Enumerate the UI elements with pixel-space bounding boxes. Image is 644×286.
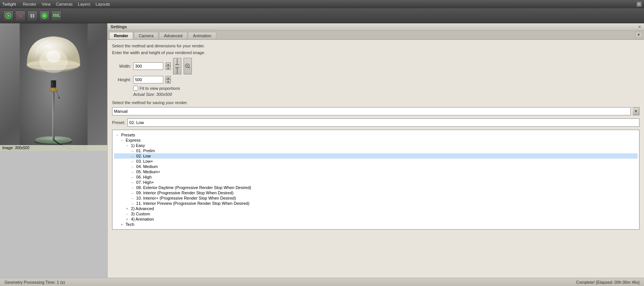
- width-input[interactable]: [133, 62, 163, 70]
- status-right: Complete! [Elapsed: 00h 00m 46s]: [576, 280, 639, 284]
- render-green-button[interactable]: [39, 11, 50, 21]
- line-prelim: –: [130, 148, 135, 153]
- tree-item-interior[interactable]: – 09. Interior (Progressive Render Stop …: [114, 190, 638, 195]
- left-panel: Image: 300x500: [0, 23, 107, 278]
- height-input[interactable]: [133, 76, 163, 83]
- tree-label-presets: Presets: [121, 133, 135, 137]
- tree-item-ext-day[interactable]: – 08. Exterior Daytime (Progressive Rend…: [114, 185, 638, 190]
- toggle-presets[interactable]: −: [115, 133, 120, 137]
- svg-point-24: [46, 51, 61, 63]
- save-method-arrow[interactable]: ▼: [633, 107, 639, 115]
- image-size-label: Image: 300x500: [0, 145, 107, 151]
- toggle-easy[interactable]: −: [125, 144, 130, 148]
- save-method-select[interactable]: Manual: [112, 107, 631, 115]
- tree-item-high[interactable]: – 06. High: [114, 174, 638, 180]
- tree-item-interiorplus[interactable]: – 10. Interior+ (Progressive Render Stop…: [114, 195, 638, 201]
- svg-point-7: [43, 14, 46, 17]
- render-icon: [5, 13, 11, 19]
- line-highplus: –: [130, 180, 135, 185]
- tree-item-lowplus[interactable]: – 03. Low+: [114, 159, 638, 164]
- tree-item-advanced[interactable]: + 2) Advanced: [114, 206, 638, 211]
- settings-content: Select the method and dimensions for you…: [108, 40, 644, 278]
- tree-item-low[interactable]: – 02. Low: [114, 153, 638, 159]
- pause-button[interactable]: [27, 11, 38, 21]
- height-down-button[interactable]: ▼: [166, 80, 171, 83]
- stop-button[interactable]: [15, 11, 26, 21]
- menu-cameras[interactable]: Cameras: [53, 1, 75, 7]
- tree-item-tech[interactable]: + Tech: [114, 222, 638, 227]
- tree-label-prelim: 01. Prelim: [136, 148, 155, 153]
- settings-panel: Settings ✕ Render Camera Advanced Animat…: [107, 23, 644, 278]
- tree-label-easy: 1) Easy: [131, 143, 145, 148]
- tree-label-interiorplus: 10. Interior+ (Progressive Render Stop W…: [136, 196, 236, 200]
- tree-item-custom[interactable]: – 3) Custom: [114, 211, 638, 216]
- fit-to-view-row: Fit to view proportions: [133, 86, 639, 91]
- line-high: –: [130, 175, 135, 179]
- tree-item-medplus[interactable]: – 05. Medium+: [114, 169, 638, 174]
- tree-item-int-preview[interactable]: – 11. Interior Preview (Progressive Rend…: [114, 201, 638, 206]
- actual-size-label: Actual Size: 300x500: [133, 92, 639, 97]
- render-viewport: Image: 300x500: [0, 23, 107, 151]
- status-bar: Geometry Processing Time: 1 (s) Complete…: [0, 278, 644, 286]
- tree-item-highplus[interactable]: – 07. High+: [114, 180, 638, 185]
- tab-dropdown-arrow[interactable]: ▼: [635, 32, 642, 38]
- save-method-desc: Select the method for saving your render…: [112, 100, 639, 105]
- xml-button[interactable]: XML: [51, 11, 62, 21]
- line-low: –: [130, 154, 135, 158]
- menu-view[interactable]: View: [39, 1, 53, 7]
- stop-icon: [18, 13, 23, 18]
- tree-item-animation[interactable]: + 4) Animation: [114, 216, 638, 222]
- svg-rect-4: [30, 14, 32, 18]
- tree-item-prelim[interactable]: – 01. Prelim: [114, 148, 638, 153]
- tree-label-low: 02. Low: [136, 154, 151, 158]
- line-ext-day: –: [130, 185, 135, 190]
- line-interiorplus: –: [130, 196, 135, 200]
- toggle-animation[interactable]: +: [125, 217, 130, 221]
- svg-marker-1: [8, 14, 10, 17]
- zoom-fit-button[interactable]: [184, 58, 192, 74]
- height-row: Height: ▲ ▼: [112, 76, 639, 83]
- fit-to-view-label: Fit to view proportions: [140, 86, 180, 91]
- tab-animation[interactable]: Animation: [188, 32, 216, 39]
- tree-label-ext-day: 08. Exterior Daytime (Progressive Render…: [136, 185, 251, 190]
- tree-label-medplus: 05. Medium+: [136, 169, 160, 174]
- svg-rect-13: [52, 90, 53, 140]
- tree-item-medium[interactable]: – 04. Medium: [114, 164, 638, 169]
- main-area: Image: 300x500 Settings ✕ Render Camera …: [0, 23, 644, 278]
- toggle-advanced[interactable]: +: [125, 207, 130, 211]
- lamp-render: [0, 23, 107, 151]
- line-medplus: –: [130, 169, 135, 174]
- menu-render[interactable]: Render: [21, 1, 39, 7]
- width-row: Width: ▲ ▼: [112, 58, 639, 74]
- menu-layouts[interactable]: Layouts: [93, 1, 112, 7]
- tree-item-express[interactable]: − Express: [114, 138, 638, 143]
- line-lowplus: –: [130, 159, 135, 163]
- settings-close-button[interactable]: ✕: [638, 25, 641, 29]
- toggle-tech[interactable]: +: [119, 222, 125, 227]
- menu-layers[interactable]: Layers: [76, 1, 93, 7]
- tree-item-easy[interactable]: − 1) Easy: [114, 143, 638, 148]
- render-start-button[interactable]: [3, 11, 14, 21]
- height-label: Height:: [112, 77, 131, 82]
- svg-line-30: [189, 67, 190, 68]
- width-spinner: ▲ ▼: [166, 62, 171, 70]
- tree-label-int-preview: 11. Interior Preview (Progressive Render…: [136, 201, 249, 206]
- link-proportions-button[interactable]: [173, 58, 181, 74]
- tree-label-lowplus: 03. Low+: [136, 159, 153, 163]
- height-up-button[interactable]: ▲: [166, 76, 171, 80]
- fit-to-view-checkbox[interactable]: [133, 86, 138, 91]
- tree-root: − Presets − Express − 1) Easy: [112, 132, 639, 228]
- close-button[interactable]: ✕: [636, 2, 642, 7]
- settings-title: Settings: [111, 24, 127, 29]
- tab-advanced[interactable]: Advanced: [159, 32, 187, 39]
- tab-camera[interactable]: Camera: [134, 32, 158, 39]
- width-down-button[interactable]: ▼: [166, 66, 171, 70]
- tree-item-presets[interactable]: − Presets: [114, 132, 638, 138]
- line-custom: –: [125, 212, 130, 216]
- tree-label-medium: 04. Medium: [136, 164, 158, 169]
- tab-render[interactable]: Render: [109, 32, 133, 39]
- render-size-desc: Enter the width and height of your rende…: [112, 50, 639, 55]
- settings-header: Settings ✕: [108, 23, 644, 30]
- width-up-button[interactable]: ▲: [166, 62, 171, 66]
- toggle-express[interactable]: −: [119, 138, 125, 142]
